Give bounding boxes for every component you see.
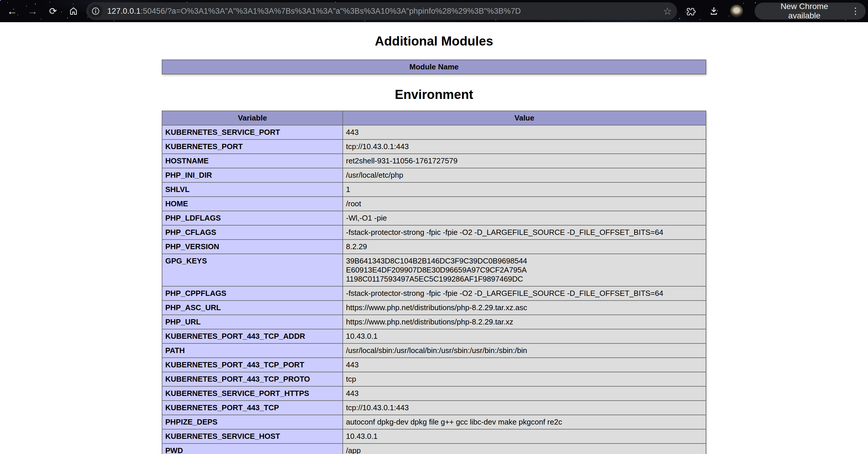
- value-text: tcp://10.43.0.1:443: [346, 403, 409, 412]
- kebab-menu-icon[interactable]: ⋮: [851, 7, 860, 16]
- table-row: HOME /root: [162, 197, 706, 211]
- table-row: KUBERNETES_PORT_443_TCP tcp://10.43.0.1:…: [162, 401, 706, 415]
- value-cell: -Wl,-O1 -pie: [343, 211, 706, 225]
- value-cell: tcp://10.43.0.1:443: [343, 139, 706, 154]
- value-text: 8.2.29: [346, 242, 367, 251]
- table-row: KUBERNETES_SERVICE_PORT 443: [162, 125, 706, 139]
- variable-cell: PATH: [162, 343, 343, 358]
- value-cell: -fstack-protector-strong -fpic -fpie -O2…: [343, 286, 706, 301]
- environment-table: Variable Value KUBERNETES_SERVICE_PORT 4…: [162, 111, 706, 454]
- table-row: KUBERNETES_PORT_443_TCP_PROTO tcp: [162, 372, 706, 386]
- home-button[interactable]: [65, 3, 82, 19]
- module-name-header: Module Name: [162, 60, 706, 74]
- value-cell: ret2shell-931-11056-1761727579: [343, 154, 706, 168]
- value-cell: 443: [343, 358, 706, 372]
- value-text: tcp: [346, 375, 356, 384]
- url-bar[interactable]: 127.0.0.1:50456/?a=O%3A1%3A"A"%3A1%3A%7B…: [86, 2, 677, 20]
- variable-cell: PHP_URL: [162, 315, 343, 329]
- table-row: PWD /app: [162, 444, 706, 454]
- value-text: ret2shell-931-11056-1761727579: [346, 157, 458, 165]
- variable-cell: PHP_LDFLAGS: [162, 211, 343, 225]
- value-text: 39B641343D8C104B2B146DC3F9C39DC0B9698544…: [346, 256, 527, 283]
- value-text: /usr/local/sbin:/usr/local/bin:/usr/sbin…: [346, 346, 527, 355]
- value-cell: 1: [343, 182, 706, 197]
- value-cell: 443: [343, 125, 706, 139]
- value-text: 1: [346, 185, 350, 194]
- value-text: 10.43.0.1: [346, 432, 377, 441]
- table-row: PHPIZE_DEPS autoconf dpkg-dev dpkg file …: [162, 415, 706, 429]
- value-text: -Wl,-O1 -pie: [346, 214, 387, 222]
- url-text[interactable]: 127.0.0.1:50456/?a=O%3A1%3A"A"%3A1%3A%7B…: [107, 7, 660, 16]
- extensions-button[interactable]: [685, 5, 698, 18]
- home-icon: [69, 7, 78, 16]
- env-table-body: KUBERNETES_SERVICE_PORT 443 KUBERNETES_P…: [162, 125, 706, 454]
- value-cell: /usr/local/etc/php: [343, 168, 706, 182]
- value-text: /app: [346, 446, 361, 454]
- variable-cell: PHP_VERSION: [162, 239, 343, 254]
- value-cell: /root: [343, 197, 706, 211]
- variable-cell: PHPIZE_DEPS: [162, 415, 343, 429]
- value-text: https://www.php.net/distributions/php-8.…: [346, 303, 527, 312]
- variable-cell: KUBERNETES_PORT: [162, 139, 343, 154]
- reload-button[interactable]: ⟳: [45, 3, 61, 19]
- value-text: 443: [346, 360, 359, 369]
- back-button[interactable]: ←: [4, 3, 21, 19]
- value-cell: -fstack-protector-strong -fpic -fpie -O2…: [343, 225, 706, 239]
- value-cell: /app: [343, 444, 706, 454]
- value-text: -fstack-protector-strong -fpic -fpie -O2…: [346, 289, 663, 297]
- table-row: PHP_ASC_URL https://www.php.net/distribu…: [162, 301, 706, 315]
- download-button[interactable]: [707, 5, 720, 18]
- variable-cell: KUBERNETES_SERVICE_PORT: [162, 125, 343, 139]
- variable-cell: PHP_CFLAGS: [162, 225, 343, 239]
- variable-header: Variable: [162, 111, 343, 125]
- browser-toolbar: ← → ⟳ 127.0.0.1:50456/?a=O%3A1%3A"A"%3A1…: [0, 0, 868, 22]
- bookmark-star-icon[interactable]: ☆: [663, 5, 672, 17]
- value-cell: https://www.php.net/distributions/php-8.…: [343, 315, 706, 329]
- avatar[interactable]: [730, 5, 743, 18]
- environment-heading: Environment: [0, 87, 868, 102]
- url-path: :50456/?a=O%3A1%3A"A"%3A1%3A%7Bs%3A1%3A"…: [141, 7, 521, 16]
- variable-cell: PHP_ASC_URL: [162, 301, 343, 315]
- table-row: HOSTNAME ret2shell-931-11056-1761727579: [162, 154, 706, 168]
- table-row: KUBERNETES_PORT_443_TCP_ADDR 10.43.0.1: [162, 329, 706, 343]
- value-cell: 10.43.0.1: [343, 329, 706, 343]
- variable-cell: KUBERNETES_SERVICE_PORT_HTTPS: [162, 386, 343, 401]
- variable-cell: KUBERNETES_SERVICE_HOST: [162, 429, 343, 444]
- value-text: tcp://10.43.0.1:443: [346, 142, 409, 151]
- table-row: KUBERNETES_PORT_443_TCP_PORT 443: [162, 358, 706, 372]
- value-cell: https://www.php.net/distributions/php-8.…: [343, 301, 706, 315]
- value-text: /usr/local/etc/php: [346, 171, 403, 179]
- variable-cell: HOME: [162, 197, 343, 211]
- variable-cell: PHP_CPPFLAGS: [162, 286, 343, 301]
- value-text: 10.43.0.1: [346, 332, 377, 341]
- variable-cell: PHP_INI_DIR: [162, 168, 343, 182]
- table-row: PATH /usr/local/sbin:/usr/local/bin:/usr…: [162, 343, 706, 358]
- value-text: 443: [346, 389, 359, 398]
- download-icon: [709, 6, 718, 16]
- value-cell: 39B641343D8C104B2B146DC3F9C39DC0B9698544…: [343, 254, 706, 286]
- variable-cell: KUBERNETES_PORT_443_TCP: [162, 401, 343, 415]
- table-row: KUBERNETES_SERVICE_HOST 10.43.0.1: [162, 429, 706, 444]
- new-chrome-available-button[interactable]: New Chrome available ⋮: [755, 3, 866, 20]
- variable-cell: KUBERNETES_PORT_443_TCP_PROTO: [162, 372, 343, 386]
- table-row: GPG_KEYS 39B641343D8C104B2B146DC3F9C39DC…: [162, 254, 706, 286]
- value-header: Value: [343, 111, 706, 125]
- module-name-table: Module Name: [162, 59, 706, 75]
- value-text: /root: [346, 199, 361, 208]
- value-text: autoconf dpkg-dev dpkg file g++ gcc libc…: [346, 418, 562, 426]
- table-row: PHP_INI_DIR /usr/local/etc/php: [162, 168, 706, 182]
- variable-cell: KUBERNETES_PORT_443_TCP_ADDR: [162, 329, 343, 343]
- value-cell: 443: [343, 386, 706, 401]
- page-content: Additional Modules Module Name Environme…: [0, 22, 868, 454]
- table-header-row: Module Name: [162, 60, 706, 74]
- value-text: 443: [346, 128, 359, 137]
- update-button-label: New Chrome available: [763, 2, 845, 21]
- site-info-chip[interactable]: [89, 4, 102, 18]
- value-cell: autoconf dpkg-dev dpkg file g++ gcc libc…: [343, 415, 706, 429]
- extensions-puzzle-icon: [686, 6, 696, 16]
- value-cell: 8.2.29: [343, 239, 706, 254]
- table-row: PHP_CPPFLAGS -fstack-protector-strong -f…: [162, 286, 706, 301]
- table-row: PHP_VERSION 8.2.29: [162, 239, 706, 254]
- forward-button[interactable]: →: [25, 3, 41, 19]
- value-text: -fstack-protector-strong -fpic -fpie -O2…: [346, 228, 663, 237]
